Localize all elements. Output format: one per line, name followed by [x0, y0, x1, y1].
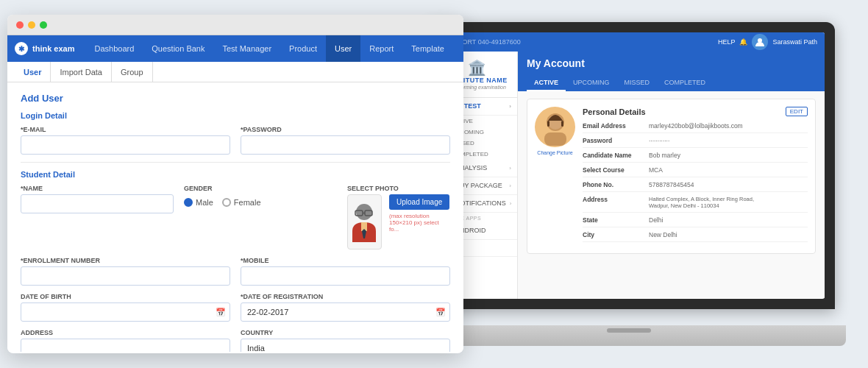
- gender-female-option[interactable]: Female: [222, 198, 261, 207]
- student-row4: ADDRESS COUNTRY: [21, 329, 450, 352]
- field-value: Bob marley: [649, 152, 680, 159]
- dob-label: DATE OF BIRTH: [21, 293, 230, 300]
- tab-active[interactable]: ACTIVE: [527, 75, 566, 91]
- nav-product[interactable]: Product: [280, 35, 326, 62]
- dob-wrapper: 📅: [21, 302, 230, 322]
- upload-image-button[interactable]: Upload Image: [389, 194, 449, 210]
- nav-dashboard[interactable]: Dashboard: [85, 35, 143, 62]
- laptop-bezel: SUPPORT 040-49187600 HELP 🔔 Saraswati Pa…: [427, 22, 835, 309]
- page-title: Add User: [21, 93, 450, 104]
- field-address: Address Halted Complex, A Block, Inner R…: [583, 196, 808, 213]
- change-picture-btn[interactable]: Change Picture: [537, 150, 572, 155]
- field-city: City New Delhi: [583, 231, 808, 242]
- brand-name: think exam: [32, 44, 74, 53]
- country-input[interactable]: [241, 339, 450, 352]
- main-tabs: ACTIVE UPCOMING MISSED COMPLETED: [518, 75, 825, 91]
- upload-section: Upload Image (max resolution 150×210 px)…: [389, 194, 450, 233]
- gender-group: GENDER Male Female: [184, 185, 337, 250]
- password-label: *PASSWORD: [241, 126, 450, 133]
- tab-completed[interactable]: COMPLETED: [657, 75, 713, 91]
- field-value: MCA: [649, 166, 663, 174]
- calendar-icon: 📅: [216, 308, 226, 317]
- field-course: Select Course MCA: [583, 166, 808, 177]
- dor-group: *DATE OF REGISTRATION 📅: [241, 293, 450, 322]
- dob-input[interactable]: [21, 302, 230, 322]
- page-content: Add User Login Detail *E-MAIL *PASSWORD …: [7, 82, 463, 352]
- subnav-importdata[interactable]: Import Data: [51, 62, 111, 82]
- female-label: Female: [234, 198, 261, 207]
- dob-group: DATE OF BIRTH 📅: [21, 293, 230, 322]
- dor-input[interactable]: [241, 302, 450, 322]
- minimize-dot[interactable]: [28, 21, 35, 29]
- nav-user[interactable]: User: [326, 35, 360, 62]
- radio-female[interactable]: [222, 198, 231, 207]
- radio-male[interactable]: [184, 198, 193, 207]
- maximize-dot[interactable]: [40, 21, 47, 29]
- laptop-wrapper: SUPPORT 040-49187600 HELP 🔔 Saraswati Pa…: [412, 22, 846, 346]
- field-label: City: [583, 231, 649, 238]
- field-value: marley420bob@lolbajikboots.com: [649, 122, 743, 130]
- nav-template[interactable]: Template: [402, 35, 453, 62]
- mobile-label: *MOBILE: [241, 257, 450, 264]
- main-nav: ✱ think exam Dashboard Question Bank Tes…: [7, 35, 463, 62]
- chevron-icon: ›: [509, 183, 511, 189]
- personal-card: Change Picture Personal Details EDIT Ema…: [527, 99, 816, 254]
- mobile-group: *MOBILE: [241, 257, 450, 286]
- student-row3: DATE OF BIRTH 📅 *DATE OF REGISTRATION 📅: [21, 293, 450, 322]
- profile-avatar: [535, 107, 575, 147]
- edit-button[interactable]: EDIT: [786, 107, 808, 116]
- nav-report[interactable]: Report: [360, 35, 402, 62]
- laptop-body: 🏛️ INSTITUTE NAME transforming examinati…: [437, 52, 825, 299]
- gender-options: Male Female: [184, 194, 337, 210]
- address-input[interactable]: [21, 339, 230, 352]
- field-label: Select Course: [583, 166, 649, 174]
- email-input[interactable]: [21, 135, 230, 155]
- student-section-title: Student Detail: [21, 170, 450, 179]
- photo-placeholder: [347, 194, 382, 250]
- login-section-title: Login Detail: [21, 111, 450, 120]
- subnav-group[interactable]: Group: [112, 62, 153, 82]
- email-label: *E-MAIL: [21, 126, 230, 133]
- subnav-user[interactable]: User: [15, 62, 51, 82]
- avatar[interactable]: [752, 34, 768, 50]
- svg-point-6: [356, 204, 372, 220]
- field-value: Delhi: [649, 216, 663, 224]
- enrollment-input[interactable]: [21, 266, 230, 286]
- field-name: Candidate Name Bob marley: [583, 152, 808, 163]
- password-input[interactable]: [241, 135, 450, 155]
- bell-icon[interactable]: 🔔: [739, 38, 747, 46]
- laptop-screen: SUPPORT 040-49187600 HELP 🔔 Saraswati Pa…: [437, 32, 825, 299]
- student-row2: *ENROLLMENT NUMBER *MOBILE: [21, 257, 450, 286]
- laptop-header: SUPPORT 040-49187600 HELP 🔔 Saraswati Pa…: [437, 32, 825, 52]
- chevron-icon: ›: [509, 103, 511, 110]
- mobile-input[interactable]: [241, 266, 450, 286]
- name-label: *NAME: [21, 185, 174, 192]
- country-label: COUNTRY: [241, 329, 450, 336]
- nav-questionbank[interactable]: Question Bank: [143, 35, 213, 62]
- nav-testmanager[interactable]: Test Manager: [213, 35, 280, 62]
- personal-details: Personal Details EDIT Email Address marl…: [583, 107, 808, 246]
- field-email: Email Address marley420bob@lolbajikboots…: [583, 122, 808, 133]
- enrollment-label: *ENROLLMENT NUMBER: [21, 257, 230, 264]
- field-state: State Delhi: [583, 216, 808, 227]
- field-password: Password ············: [583, 137, 808, 148]
- dor-wrapper: 📅: [241, 302, 450, 322]
- name-group: *NAME: [21, 185, 174, 250]
- svg-rect-2: [544, 132, 566, 146]
- laptop-base: [412, 325, 846, 346]
- avatar-section: Change Picture: [535, 107, 575, 246]
- help-text: HELP: [718, 38, 736, 46]
- svg-rect-5: [561, 121, 563, 127]
- field-phone: Phone No. 5788787845454: [583, 181, 808, 192]
- tab-upcoming[interactable]: UPCOMING: [566, 75, 617, 91]
- field-label: State: [583, 216, 649, 224]
- field-value: New Delhi: [649, 231, 677, 238]
- name-input[interactable]: [21, 194, 174, 213]
- field-label: Password: [583, 137, 649, 144]
- svg-rect-4: [547, 121, 549, 127]
- address-group: ADDRESS: [21, 329, 230, 352]
- close-dot[interactable]: [16, 21, 24, 29]
- tab-missed[interactable]: MISSED: [617, 75, 658, 91]
- address-label: ADDRESS: [21, 329, 230, 336]
- gender-male-option[interactable]: Male: [184, 198, 213, 207]
